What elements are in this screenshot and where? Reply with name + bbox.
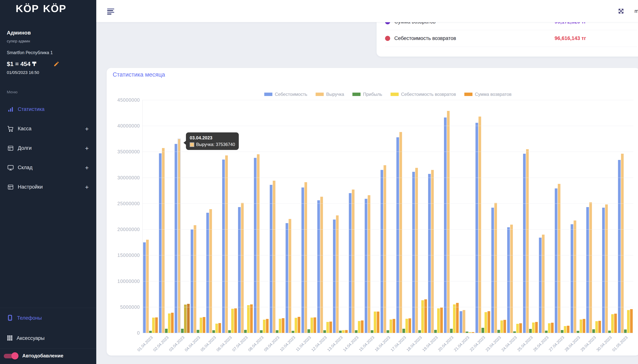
chart-bar[interactable] [206,213,209,333]
sidebar-item-statistics[interactable]: Статистика [0,100,96,119]
chart-bar[interactable] [571,224,573,333]
header-account-label[interactable]: main [634,8,638,14]
chart-bar[interactable] [472,332,474,333]
chart-bar[interactable] [539,238,541,333]
chart-bar[interactable] [320,197,323,333]
chart-bar[interactable] [466,332,468,333]
expand-plus-icon[interactable]: + [85,164,89,171]
fullscreen-icon[interactable] [617,8,624,15]
chart-bar[interactable] [231,309,234,333]
chart-bar[interactable] [313,318,316,333]
chart-bar[interactable] [608,330,611,333]
chart-bar[interactable] [295,318,297,333]
chart-bar[interactable] [497,330,500,333]
chart-bar[interactable] [551,323,554,333]
chart-bar[interactable] [485,312,487,333]
chart-bar[interactable] [307,329,310,333]
chart-bar[interactable] [168,314,171,333]
chart-bar[interactable] [390,320,392,333]
chart-bar[interactable] [200,318,202,333]
chart-bar[interactable] [475,123,478,333]
chart-bar[interactable] [218,323,221,333]
chart-bar[interactable] [241,203,244,333]
chart-bar[interactable] [387,330,389,333]
chart-bar[interactable] [336,216,339,333]
chart-bar[interactable] [178,138,181,333]
chart-bar[interactable] [254,158,256,333]
chart-bar[interactable] [260,330,262,333]
legend-item[interactable]: Себестоимость [264,92,307,97]
chart-bar[interactable] [342,330,345,333]
chart-bar[interactable] [567,326,569,333]
chart-bar[interactable] [412,172,415,333]
chart-bar[interactable] [503,320,506,333]
chart-bar[interactable] [535,322,538,333]
chart-bar[interactable] [187,304,190,333]
chart-bar[interactable] [377,312,379,333]
chart-bar[interactable] [146,240,149,333]
chart-bar[interactable] [577,331,579,333]
chart-bar[interactable] [592,329,595,333]
chart-bar[interactable] [548,323,551,333]
chart-bar[interactable] [215,324,218,333]
sidebar-item-settings[interactable]: Настройки + [0,177,96,197]
chart-bar[interactable] [298,317,300,333]
legend-item[interactable]: Сумма возвратов [464,92,512,97]
chart-bar[interactable] [310,318,313,333]
chart-bar[interactable] [270,185,272,333]
legend-item[interactable]: Прибыль [353,92,382,97]
chart-bar[interactable] [447,111,450,333]
chart-bar[interactable] [507,227,510,333]
chart-bar[interactable] [428,174,431,333]
chart-bar[interactable] [323,330,326,333]
chart-bar[interactable] [285,223,288,333]
sidebar-item-accessories[interactable]: Аксессуары [0,328,96,348]
chart-bar[interactable] [165,329,168,333]
legend-item[interactable]: Себестоимость возвратов [391,92,456,97]
chart-bar[interactable] [358,321,361,333]
chart-bar[interactable] [345,330,348,333]
expand-plus-icon[interactable]: + [85,184,89,190]
chart-bar[interactable] [393,319,395,333]
chart-bar[interactable] [396,137,399,333]
chart-bar[interactable] [463,310,465,333]
chart-bar[interactable] [371,330,373,333]
chart-bar[interactable] [374,312,376,333]
chart-bar[interactable] [143,242,146,333]
chart-bar[interactable] [289,219,291,333]
chart-bar[interactable] [292,331,294,333]
chart-bar[interactable] [516,324,519,333]
chart-bar[interactable] [361,320,364,333]
chart-bar[interactable] [500,320,503,333]
hamburger-menu-icon[interactable] [107,8,115,14]
chart-bar[interactable] [399,132,402,333]
chart-bar[interactable] [149,331,152,333]
sidebar-item-warehouse[interactable]: Склад + [0,158,96,177]
chart-bar[interactable] [523,154,526,333]
chart-bar[interactable] [555,188,557,333]
chart-bar[interactable] [301,188,304,333]
chart-bar[interactable] [482,328,484,333]
chart-bar[interactable] [564,326,566,333]
chart-bar[interactable] [444,118,447,333]
chart-bar[interactable] [456,303,459,333]
chart-bar[interactable] [431,170,434,333]
chart-bar[interactable] [418,330,421,333]
chart-bar[interactable] [621,154,624,333]
chart-bar[interactable] [263,320,265,333]
chart-bar[interactable] [478,116,481,333]
sidebar-item-phones[interactable]: Телефоны [0,308,96,328]
chart-bar[interactable] [450,329,453,333]
edit-rate-icon[interactable] [54,61,60,67]
chart-bar[interactable] [532,322,535,333]
chart-bar[interactable] [488,311,490,333]
chart-bar[interactable] [228,330,231,333]
expand-plus-icon[interactable]: + [85,126,89,132]
chart-bar[interactable] [526,149,529,333]
chart-bar[interactable] [605,204,608,333]
chart-bar[interactable] [257,154,259,333]
chart-bar[interactable] [250,304,253,333]
chart-bar[interactable] [276,330,278,333]
chart-bar[interactable] [440,308,443,333]
chart-bar[interactable] [317,200,320,333]
